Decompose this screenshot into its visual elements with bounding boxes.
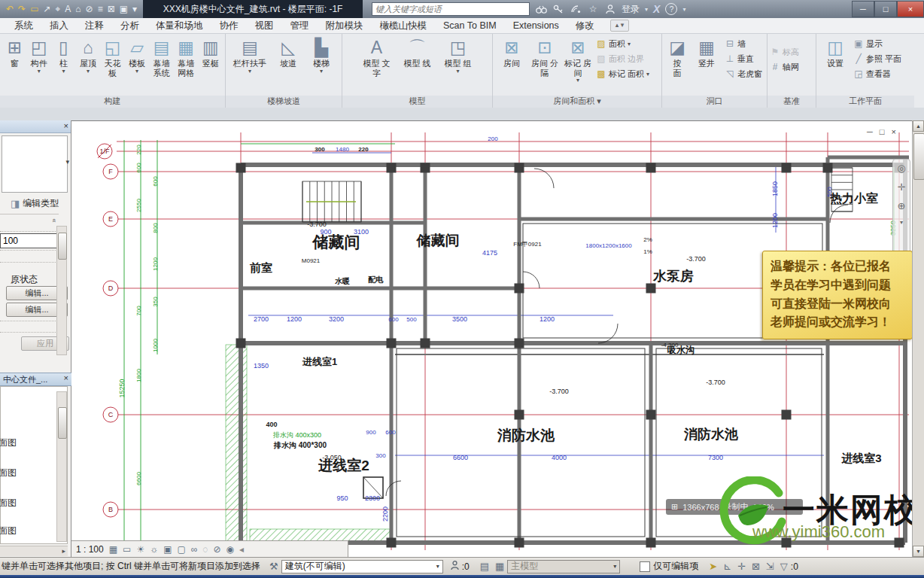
exchange-apps-icon[interactable]: X bbox=[653, 3, 660, 15]
communication-center-icon[interactable] bbox=[570, 3, 582, 15]
aligned-dimension-icon[interactable]: ↗ bbox=[43, 1, 50, 17]
plan-text[interactable]: 600 bbox=[152, 176, 159, 187]
plan-text[interactable]: 1800 bbox=[135, 369, 142, 382]
plan-text[interactable]: 800 bbox=[152, 223, 159, 233]
curtain-system-button[interactable]: ▤幕墙 系统 bbox=[149, 36, 174, 78]
ribbon-state-toggle-icon[interactable]: ▴ ▾ bbox=[610, 20, 630, 32]
plan-text[interactable]: 600 bbox=[135, 163, 142, 173]
select-underlay-icon[interactable]: ⊾ bbox=[723, 561, 731, 572]
plan-text[interactable]: 350 bbox=[152, 297, 159, 307]
tag-icon[interactable]: ⌖ bbox=[56, 1, 61, 17]
model-text-button[interactable]: A模型 文字 bbox=[360, 36, 394, 78]
plan-text[interactable]: -4.300 bbox=[661, 342, 679, 348]
restore-button[interactable]: □ bbox=[874, 1, 897, 17]
door-swing-arc[interactable] bbox=[830, 205, 848, 223]
subscription-key-icon[interactable] bbox=[552, 3, 564, 15]
browser-view-item[interactable]: 面图 bbox=[0, 525, 17, 537]
panel-label-circulation[interactable]: 楼梯坡道 bbox=[226, 96, 342, 108]
temporary-hide-isolate-icon[interactable]: ◌ bbox=[202, 544, 208, 555]
tab-addins[interactable]: 附加模块 bbox=[318, 18, 372, 34]
canvas-vertical-scrollbar[interactable]: ▲ ▼ bbox=[912, 120, 924, 557]
plan-text[interactable]: 2300 bbox=[365, 494, 380, 502]
structural-column[interactable] bbox=[782, 410, 792, 420]
shadows-icon[interactable]: ☼ bbox=[150, 544, 158, 555]
search-binoculars-icon[interactable] bbox=[535, 3, 547, 15]
tab-extensions[interactable]: Extensions bbox=[505, 18, 567, 34]
tag-room-button[interactable]: ⊠标记 房间▾ bbox=[561, 36, 594, 83]
worksets-icon[interactable]: ⚒ bbox=[269, 561, 278, 572]
structural-column[interactable] bbox=[646, 284, 656, 294]
plan-text[interactable]: 2200 bbox=[381, 507, 389, 522]
panel-label-build[interactable]: 构建 bbox=[0, 96, 225, 108]
plan-text[interactable]: 900 bbox=[366, 429, 376, 436]
plan-text[interactable]: 进线室3 bbox=[840, 452, 881, 464]
qat-customize-icon[interactable]: ▾ bbox=[132, 1, 137, 17]
plan-text[interactable]: 3500 bbox=[452, 315, 467, 323]
plan-text[interactable]: 2700 bbox=[254, 315, 269, 323]
worksharing-display-icon[interactable]: ◉ bbox=[226, 544, 234, 555]
selection-filter-funnel-icon[interactable]: ▽ bbox=[780, 561, 788, 572]
ramp-button[interactable]: ◺坡道 bbox=[272, 36, 305, 68]
favorites-star-icon[interactable]: ☆ bbox=[587, 3, 599, 15]
plan-text[interactable]: M0921 bbox=[302, 257, 321, 264]
dormer-opening-button[interactable]: ◹老虎窗 bbox=[725, 66, 762, 81]
plan-text[interactable]: 6600 bbox=[453, 454, 468, 461]
crop-region-icon[interactable]: ▢ bbox=[178, 544, 186, 555]
room-separator-button[interactable]: ⊡房间 分隔 bbox=[528, 36, 561, 78]
help-icon[interactable]: ? bbox=[665, 3, 677, 15]
door-swing-arc[interactable] bbox=[523, 272, 540, 288]
login-person-icon[interactable] bbox=[604, 3, 616, 15]
area-button[interactable]: ▨面积▾ bbox=[596, 36, 649, 51]
plan-text[interactable]: 消防水池 bbox=[497, 427, 555, 443]
plan-text[interactable]: 3200 bbox=[329, 315, 344, 323]
model-group-button[interactable]: ◳模型 组▾ bbox=[442, 36, 475, 74]
panel-label-work-plane[interactable]: 工作平面 bbox=[816, 96, 914, 108]
plan-text[interactable]: 500 bbox=[406, 316, 417, 323]
tab-ganlanshan[interactable]: 橄榄山快模 bbox=[372, 18, 436, 34]
plan-text[interactable]: 排水沟 400x300 bbox=[272, 431, 321, 439]
view-scale[interactable]: 1 : 100 bbox=[76, 544, 104, 555]
structural-column[interactable] bbox=[515, 538, 524, 548]
ceiling-button[interactable]: ◱天花板 bbox=[100, 36, 125, 78]
plan-text[interactable]: 储藏间 bbox=[312, 233, 360, 251]
select-links-icon[interactable]: ➤ bbox=[709, 561, 717, 572]
text-icon[interactable]: A bbox=[65, 1, 71, 17]
panel-label-opening[interactable]: 洞口 bbox=[662, 96, 767, 108]
browser-view-item[interactable]: 面图 bbox=[0, 437, 17, 449]
sun-path-icon[interactable]: ☀ bbox=[136, 544, 144, 555]
grid-bubble-label[interactable]: 1/F bbox=[99, 148, 110, 155]
login-label[interactable]: 登录 bbox=[622, 3, 640, 16]
panel-label-datum[interactable]: 基准 bbox=[767, 96, 816, 108]
plan-text[interactable]: -3.700 bbox=[307, 221, 327, 228]
floor-button[interactable]: ▱楼板▾ bbox=[125, 36, 150, 74]
select-by-face-icon[interactable]: ⊠ bbox=[752, 561, 760, 572]
ref-plane-button[interactable]: ╱参照 平面 bbox=[853, 51, 901, 66]
component-button[interactable]: ◰构件▾ bbox=[27, 36, 52, 74]
viewbar-collapse-icon[interactable]: ◂ bbox=[239, 544, 244, 555]
plan-text[interactable]: 1200 bbox=[152, 257, 159, 271]
login-dropdown-icon[interactable]: ▾ bbox=[645, 6, 648, 13]
wall-opening-button[interactable]: ⊟墙 bbox=[725, 36, 762, 51]
vertical-opening-button[interactable]: ⊥垂直 bbox=[725, 51, 762, 66]
structural-column[interactable] bbox=[387, 163, 397, 173]
plan-text[interactable]: 1200 bbox=[540, 315, 555, 323]
set-work-plane-button[interactable]: ◫设置 bbox=[819, 36, 852, 68]
structural-column[interactable] bbox=[236, 163, 246, 173]
plan-text[interactable]: 400 bbox=[266, 421, 277, 428]
detail-level-icon[interactable]: ▦ bbox=[109, 544, 117, 555]
plan-text[interactable]: 500 bbox=[826, 187, 833, 197]
close-hidden-windows-icon[interactable]: ⊠ bbox=[108, 1, 115, 17]
plan-text[interactable]: 1000 bbox=[152, 339, 159, 352]
project-browser-header[interactable]: 中心文件_... bbox=[0, 373, 71, 386]
tab-analyze[interactable]: 分析 bbox=[112, 18, 147, 34]
tab-collaborate[interactable]: 协作 bbox=[211, 18, 247, 34]
curtain-grid-button[interactable]: ▦幕墙 网格 bbox=[174, 36, 199, 78]
editable-only-checkbox[interactable]: 仅可编辑项 bbox=[640, 560, 698, 573]
thin-lines-icon[interactable]: ≡ bbox=[98, 1, 103, 17]
minimize-button[interactable]: ─ bbox=[852, 1, 874, 17]
panel-label-room-area[interactable]: 房间和面积 ▾ bbox=[493, 96, 661, 108]
properties-scrollbar[interactable] bbox=[56, 226, 67, 355]
view-restore-icon[interactable]: □ bbox=[880, 127, 885, 136]
mullion-button[interactable]: ▥竖梃 bbox=[199, 36, 223, 68]
zoom-icon[interactable]: ⊕ bbox=[898, 200, 906, 211]
